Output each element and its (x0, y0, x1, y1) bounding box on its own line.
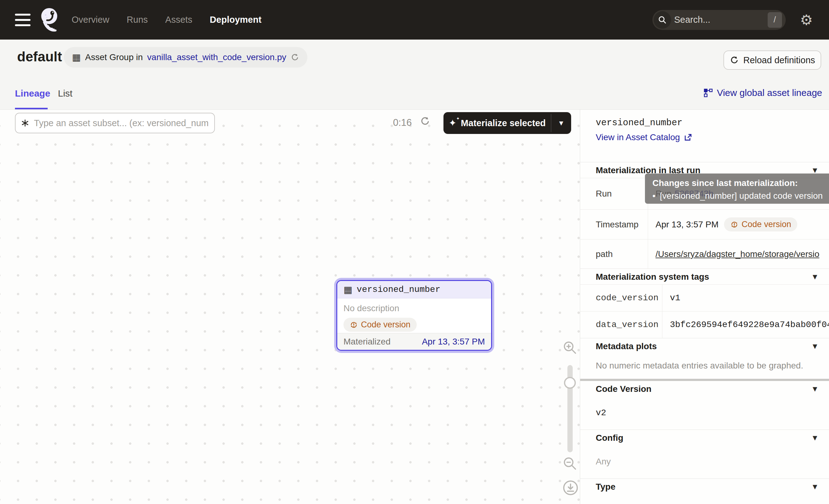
materialize-selected-button[interactable]: ✦ Materialize selected ▼ (443, 112, 571, 134)
download-image-icon[interactable] (563, 480, 579, 496)
asset-subset-placeholder: Type an asset subset... (ex: versioned_n… (34, 118, 209, 128)
tag-value-data-version: 3bfc269594ef649228e9a74bab00f04 (662, 312, 829, 338)
search-shortcut-key: / (768, 12, 782, 28)
changed-cycle-icon (350, 321, 358, 329)
dagster-logo-icon[interactable] (40, 7, 59, 33)
gear-icon[interactable]: ⚙ (800, 13, 813, 27)
external-link-icon (684, 133, 692, 142)
table-row-code-version: code_version v1 (580, 284, 829, 311)
nav-item-runs[interactable]: Runs (127, 15, 148, 25)
asset-table-icon: ▦ (344, 285, 352, 294)
nav-links: Overview Runs Assets Deployment (72, 15, 262, 25)
table-row-timestamp: Timestamp Apr 13, 3:57 PM Code version (580, 209, 829, 239)
materialize-selected-label: Materialize selected (461, 118, 546, 128)
lineage-canvas[interactable]: Type an asset subset... (ex: versioned_n… (0, 110, 580, 504)
search-placeholder: Search... (674, 15, 768, 25)
section-materialization-system-tags[interactable]: Materialization system tags ▼ (580, 268, 829, 284)
zoom-out-icon[interactable] (563, 456, 577, 471)
asset-group-badge: ▦ Asset Group in vanilla_asset_with_code… (64, 47, 308, 68)
asset-detail-sidebar: versioned_number View in Asset Catalog M… (580, 110, 829, 504)
changes-tooltip: Changes since last materialization: [ver… (645, 174, 829, 204)
reload-definitions-label: Reload definitions (743, 55, 815, 65)
config-value: Any (580, 445, 829, 478)
tab-list[interactable]: List (58, 88, 73, 99)
chevron-down-icon: ▼ (813, 430, 817, 445)
materialized-timestamp: Apr 13, 3:57 PM (422, 337, 485, 347)
tooltip-item: [versioned_number] updated code version (652, 191, 829, 201)
row-label-timestamp: Timestamp (580, 210, 648, 239)
search-input[interactable]: Search... / (652, 10, 786, 30)
nav-item-assets[interactable]: Assets (166, 15, 192, 25)
section-label: Code Version (596, 384, 651, 394)
reload-definitions-button[interactable]: Reload definitions (723, 50, 821, 70)
tab-lineage[interactable]: Lineage (15, 88, 50, 99)
page-header: default ▦ Asset Group in vanilla_asset_w… (0, 40, 829, 79)
materialized-status-label: Materialized (344, 337, 391, 347)
tooltip-item-text: [versioned_number] updated code version (660, 191, 823, 201)
refresh-timer: 0:16 (393, 117, 412, 128)
chevron-down-icon: ▼ (559, 120, 563, 126)
row-value-timestamp: Apr 13, 3:57 PM Code version (648, 210, 829, 239)
asset-node-description: No description (344, 303, 485, 313)
op-selector-icon (21, 118, 29, 128)
asset-group-file-link[interactable]: vanilla_asset_with_code_version.py (147, 52, 287, 62)
section-config[interactable]: Config ▼ (580, 430, 829, 445)
page-title: default (17, 49, 62, 65)
chevron-down-icon: ▼ (813, 479, 817, 494)
sidebar-asset-title: versioned_number (596, 118, 829, 128)
refresh-graph-icon[interactable] (420, 116, 430, 127)
table-row-data-version: data_version 3bfc269594ef649228e9a74bab0… (580, 311, 829, 338)
section-label: Config (596, 433, 623, 443)
code-version-value: v2 (580, 397, 829, 430)
section-divider (580, 379, 829, 381)
tooltip-title: Changes since last materialization: (652, 178, 829, 188)
metadata-plots-empty-message: No numeric metadata entries available to… (580, 354, 829, 379)
code-version-change-badge[interactable]: Code version (724, 217, 797, 231)
dagster-app: Overview Runs Assets Deployment Search..… (0, 0, 829, 504)
nav-item-deployment[interactable]: Deployment (210, 15, 262, 25)
row-label-run: Run (580, 178, 648, 209)
materialize-options-dropdown[interactable]: ▼ (551, 112, 571, 134)
code-version-badge-label: Code version (361, 320, 410, 330)
asset-node-body: No description Code version (337, 298, 491, 332)
bullet-icon (652, 191, 655, 201)
code-version-change-badge: Code version (344, 318, 417, 332)
search-icon (654, 11, 671, 29)
row-value-path: /Users/sryza/dagster_home/storage/versio (648, 240, 829, 268)
zoom-slider-thumb[interactable] (564, 377, 576, 389)
section-label: Type (596, 482, 615, 492)
asset-node-header: ▦ versioned_number (337, 281, 491, 298)
asset-group-prefix: Asset Group in (85, 52, 143, 62)
asset-subset-input[interactable]: Type an asset subset... (ex: versioned_n… (15, 113, 215, 133)
section-metadata-plots[interactable]: Metadata plots ▼ (580, 338, 829, 354)
zoom-in-icon[interactable] (563, 340, 577, 355)
active-tab-underline (15, 108, 48, 109)
tag-key-data-version: data_version (580, 312, 662, 338)
asset-node-versioned-number[interactable]: ▦ versioned_number No description Code v… (336, 280, 492, 351)
top-navbar: Overview Runs Assets Deployment Search..… (0, 0, 829, 40)
tag-key-code-version: code_version (580, 285, 662, 311)
storage-path-link[interactable]: /Users/sryza/dagster_home/storage/versio (655, 249, 819, 259)
materialize-selected-main[interactable]: ✦ Materialize selected (443, 112, 551, 134)
nav-item-overview[interactable]: Overview (72, 15, 109, 25)
view-global-asset-lineage-link[interactable]: View global asset lineage (703, 87, 822, 98)
refresh-group-icon[interactable] (291, 53, 299, 62)
chevron-down-icon: ▼ (813, 269, 817, 284)
code-version-badge-label: Code version (742, 220, 791, 229)
view-in-asset-catalog-link[interactable]: View in Asset Catalog (596, 132, 692, 142)
sparkle-icon: ✦ (449, 118, 457, 128)
tag-value-code-version: v1 (662, 285, 829, 311)
table-row-path: path /Users/sryza/dagster_home/storage/v… (580, 239, 829, 268)
section-code-version[interactable]: Code Version ▼ (580, 381, 829, 397)
changed-cycle-icon (730, 220, 738, 229)
asset-node-footer: Materialized Apr 13, 3:57 PM (337, 333, 491, 350)
view-global-asset-lineage-label: View global asset lineage (717, 87, 822, 98)
chevron-down-icon: ▼ (813, 338, 817, 354)
row-label-path: path (580, 240, 648, 268)
section-type[interactable]: Type ▼ (580, 478, 829, 494)
timestamp-value: Apr 13, 3:57 PM (655, 220, 718, 229)
asset-group-icon: ▦ (72, 52, 81, 62)
tabs-row: Lineage List View global asset lineage (0, 79, 829, 110)
menu-icon[interactable] (15, 14, 31, 26)
view-in-asset-catalog-label: View in Asset Catalog (596, 132, 680, 142)
